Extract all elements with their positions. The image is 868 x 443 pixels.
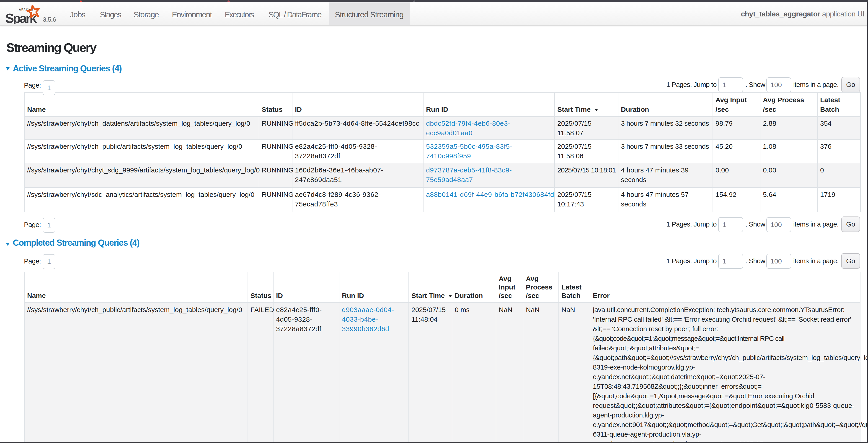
svg-text:Spark: Spark	[5, 11, 37, 24]
